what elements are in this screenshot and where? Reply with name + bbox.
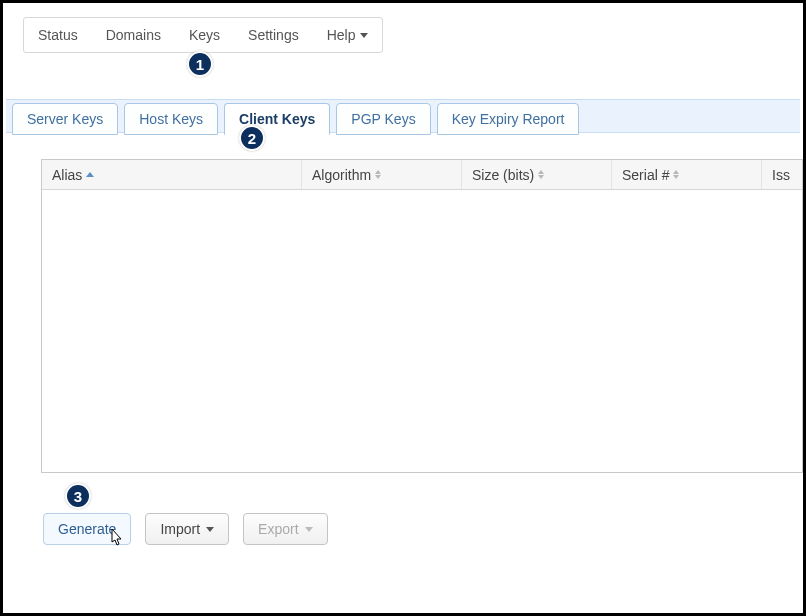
app-frame: Status Domains Keys Settings Help 1 Serv… [0,0,806,616]
nav-domains[interactable]: Domains [92,18,175,52]
nav-status[interactable]: Status [24,18,92,52]
import-button[interactable]: Import [145,513,229,545]
import-label: Import [160,521,200,537]
export-button[interactable]: Export [243,513,327,545]
nav-help[interactable]: Help [313,18,383,52]
nav-help-label: Help [327,27,356,43]
tab-server-keys[interactable]: Server Keys [12,103,118,135]
tab-host-keys[interactable]: Host Keys [124,103,218,135]
top-nav: Status Domains Keys Settings Help [23,17,383,53]
col-algorithm-label: Algorithm [312,167,371,183]
col-size-label: Size (bits) [472,167,534,183]
keys-table: Alias Algorithm Size (bits) Serial # Iss [41,159,803,473]
caret-down-icon [206,527,214,532]
action-button-row: Generate Import Export [43,513,328,545]
col-size[interactable]: Size (bits) [462,160,612,189]
caret-down-icon [305,527,313,532]
col-alias[interactable]: Alias [42,160,302,189]
sort-icon [375,170,381,179]
table-header: Alias Algorithm Size (bits) Serial # Iss [42,160,802,190]
tab-bar: Server Keys Host Keys Client Keys PGP Ke… [6,99,800,133]
col-issuer-label: Iss [772,167,790,183]
caret-down-icon [360,33,368,38]
tab-pgp-keys[interactable]: PGP Keys [336,103,430,135]
col-serial[interactable]: Serial # [612,160,762,189]
annotation-step-3: 3 [65,483,91,509]
col-issuer[interactable]: Iss [762,160,802,189]
col-algorithm[interactable]: Algorithm [302,160,462,189]
cursor-icon [107,528,125,555]
nav-settings[interactable]: Settings [234,18,313,52]
main-panel: Alias Algorithm Size (bits) Serial # Iss [23,147,803,563]
nav-keys[interactable]: Keys [175,18,234,52]
tab-key-expiry-report[interactable]: Key Expiry Report [437,103,580,135]
col-serial-label: Serial # [622,167,669,183]
sort-icon [673,170,679,179]
sort-icon [538,170,544,179]
export-label: Export [258,521,298,537]
sort-asc-icon [86,172,94,177]
annotation-step-1: 1 [187,51,213,77]
annotation-step-2: 2 [239,125,265,151]
col-alias-label: Alias [52,167,82,183]
